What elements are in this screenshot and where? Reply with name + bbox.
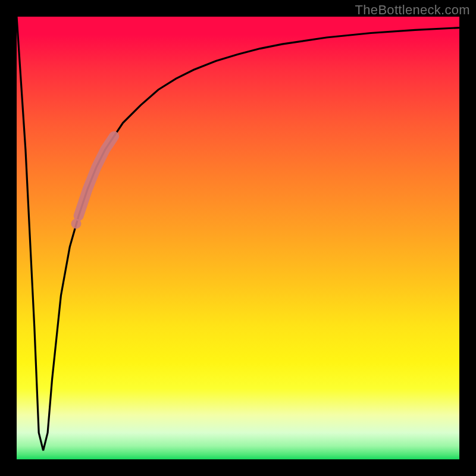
highlight-segment bbox=[79, 136, 114, 216]
bottleneck-curve bbox=[17, 17, 459, 450]
chart-frame: TheBottleneck.com bbox=[0, 0, 476, 476]
plot-area bbox=[17, 17, 459, 459]
watermark-text: TheBottleneck.com bbox=[355, 2, 470, 18]
highlight-dot bbox=[71, 219, 82, 229]
curve-layer bbox=[17, 17, 459, 459]
